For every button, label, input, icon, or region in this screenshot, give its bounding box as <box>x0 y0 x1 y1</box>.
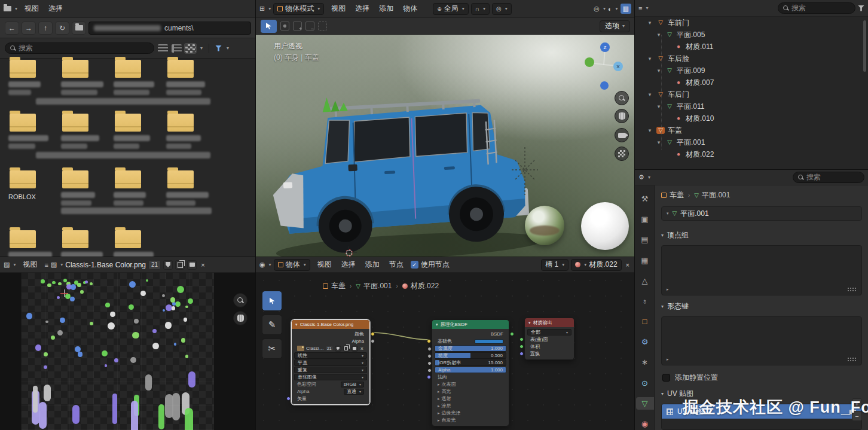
outliner-row[interactable]: ●材质.011 <box>635 41 868 53</box>
empty-object-wireframe[interactable] <box>506 141 544 199</box>
outliner-row[interactable]: ▾▽车前门 <box>635 17 868 29</box>
image-texture-node[interactable]: ▾ Classis-1.Base Color.png 颜色AlphaClassi… <box>291 319 370 405</box>
viewport-canvas[interactable]: 用户透视 (0) 车身 | 车盖 <box>256 35 635 257</box>
node-socket[interactable] <box>371 332 375 336</box>
node-socket[interactable] <box>371 339 375 343</box>
folder-icon[interactable] <box>115 60 141 78</box>
forward-button[interactable]: → <box>22 22 36 35</box>
file-item[interactable] <box>166 60 216 95</box>
menu-item[interactable]: 选择 <box>350 4 374 13</box>
breadcrumb-item[interactable]: ▽平面.001 <box>694 190 730 200</box>
outliner-item-label[interactable]: 车前门 <box>668 18 689 28</box>
menu-item[interactable]: 视图 <box>18 260 42 269</box>
image-name[interactable]: Classis-1.Base Color.png <box>65 261 146 269</box>
node-output-Alpha[interactable]: Alpha <box>294 338 367 344</box>
copy-icon[interactable] <box>343 346 350 352</box>
chevron-down-icon[interactable]: ▾ <box>227 45 229 51</box>
menu-item[interactable]: 选择 <box>44 4 68 13</box>
outliner-item-label[interactable]: 材质.011 <box>686 42 713 52</box>
image-selector-row[interactable]: Classis-1…21× <box>294 345 367 352</box>
outliner-item-label[interactable]: 平面.011 <box>677 102 704 112</box>
node-row-透射[interactable]: ▸透射 <box>435 395 506 402</box>
folder-icon[interactable] <box>115 170 141 188</box>
node-row-IOR折射率[interactable]: IOR折射率15.000 <box>435 359 506 366</box>
folder-icon[interactable] <box>62 230 88 248</box>
chevron-down-icon[interactable]: ▾ <box>616 6 618 11</box>
node-canvas[interactable]: 车盖›▽平面.001›材质.022 ✎ ✂ ▾ Classis-1.Base C… <box>256 273 635 430</box>
slot-dropdown[interactable]: 槽 1 ▾ <box>541 259 569 271</box>
xray-toggle-icon[interactable]: ▥ <box>621 4 631 14</box>
file-item[interactable] <box>61 60 111 95</box>
outliner-item-label[interactable]: 平面.001 <box>677 138 705 148</box>
fake-user-shield-icon[interactable] <box>163 260 173 270</box>
node-socket[interactable] <box>427 347 432 351</box>
properties-tab-material[interactable]: ◉ <box>636 417 654 430</box>
editor-type-outliner-icon[interactable]: ≡ <box>638 5 642 12</box>
node-socket[interactable] <box>510 332 514 336</box>
outliner-item-label[interactable]: 平面.009 <box>677 66 705 76</box>
properties-tab-object-data[interactable]: ▽ <box>636 397 654 410</box>
filter-funnel-icon[interactable] <box>215 45 222 51</box>
resize-grip[interactable] <box>847 287 857 291</box>
snap-dropdown[interactable]: ∩ ▾ <box>471 3 490 15</box>
display-list-icon[interactable] <box>158 44 168 53</box>
vertex-groups-list[interactable]: ▸ <box>661 245 862 295</box>
file-item[interactable] <box>114 114 164 149</box>
select-box-tool-button[interactable] <box>261 20 277 33</box>
menu-item[interactable]: 选择 <box>337 260 360 269</box>
node-row-自发光[interactable]: ▸自发光 <box>435 417 506 423</box>
node-row-高光[interactable]: ▸高光 <box>435 388 506 395</box>
scrollbar[interactable] <box>863 20 866 72</box>
file-item[interactable] <box>61 230 111 257</box>
folder-icon[interactable] <box>10 230 36 248</box>
expander-icon[interactable]: ▾ <box>667 211 669 216</box>
vertex-groups-panel-header[interactable]: ▾ 顶点组 <box>655 224 868 243</box>
menu-item[interactable]: 视图 <box>313 260 337 269</box>
file-search-input[interactable]: 搜索 <box>5 42 154 54</box>
outliner-row[interactable]: ▾▽平面.005 <box>635 29 868 41</box>
properties-tab-physics[interactable]: ⊙ <box>636 377 654 389</box>
chevron-down-icon[interactable]: ▾ <box>60 262 63 267</box>
editor-type-shader-icon[interactable]: ◉ <box>259 261 265 269</box>
node-row-边缘光泽[interactable]: ▸边缘光泽 <box>435 410 506 416</box>
outliner-row[interactable]: ▾▽车后脸 <box>635 53 868 65</box>
node-row-色彩空间[interactable]: 色彩空间sRGB▾ <box>294 381 367 388</box>
folder-icon[interactable] <box>167 60 194 78</box>
shader-type-dropdown[interactable]: 物体 ▾ <box>274 259 310 271</box>
node-row-Alpha[interactable]: Alpha直通▾ <box>294 388 367 395</box>
open-image-icon[interactable] <box>352 346 358 352</box>
folder-icon[interactable] <box>10 170 36 188</box>
select-mode-subtract-icon[interactable] <box>305 22 314 31</box>
duplicate-icon[interactable] <box>175 260 185 270</box>
properties-tab-modifiers[interactable]: ⚙ <box>636 336 654 348</box>
zoom-button[interactable] <box>615 91 629 105</box>
select-mode-new-icon[interactable] <box>280 22 289 31</box>
camera-view-button[interactable] <box>615 128 629 142</box>
node-socket[interactable] <box>519 344 524 349</box>
node-row-矢量[interactable]: 矢量 <box>294 395 367 402</box>
node-row-Alpha[interactable]: Alpha1.000 <box>435 367 506 373</box>
properties-tab-object[interactable]: □ <box>636 315 654 328</box>
fake-user-icon[interactable] <box>335 346 341 352</box>
node-row-全部[interactable]: 全部▾ <box>527 329 571 336</box>
folder-icon[interactable] <box>62 60 88 78</box>
image-datablock-icon[interactable]: ▨ <box>51 261 57 269</box>
properties-tab-particles[interactable]: ∗ <box>636 356 654 368</box>
folder-icon[interactable] <box>115 230 141 248</box>
shape-keys-list[interactable]: ▸ <box>661 316 862 365</box>
unlink-image-icon[interactable]: × <box>199 261 206 269</box>
outliner-row[interactable]: ▾▽平面.001 <box>635 136 868 148</box>
display-thumbnail-icon[interactable] <box>185 44 195 53</box>
menu-item[interactable]: 视图 <box>326 4 350 13</box>
transform-orientation-dropdown[interactable]: ⊕ 全局 ▾ <box>433 3 469 15</box>
node-header[interactable]: ▾ 材质输出 <box>525 318 574 327</box>
file-item[interactable] <box>8 60 59 95</box>
file-item[interactable] <box>166 114 216 149</box>
back-button[interactable]: ← <box>5 22 19 35</box>
properties-search-input[interactable]: 搜索 <box>793 172 864 183</box>
breadcrumb-item[interactable]: 车盖 <box>661 190 684 200</box>
properties-tab-world[interactable]: ♁ <box>636 295 654 307</box>
zoom-button[interactable] <box>233 293 247 307</box>
outliner-item-label[interactable]: 车后脸 <box>668 54 689 64</box>
node-socket[interactable] <box>427 339 431 343</box>
